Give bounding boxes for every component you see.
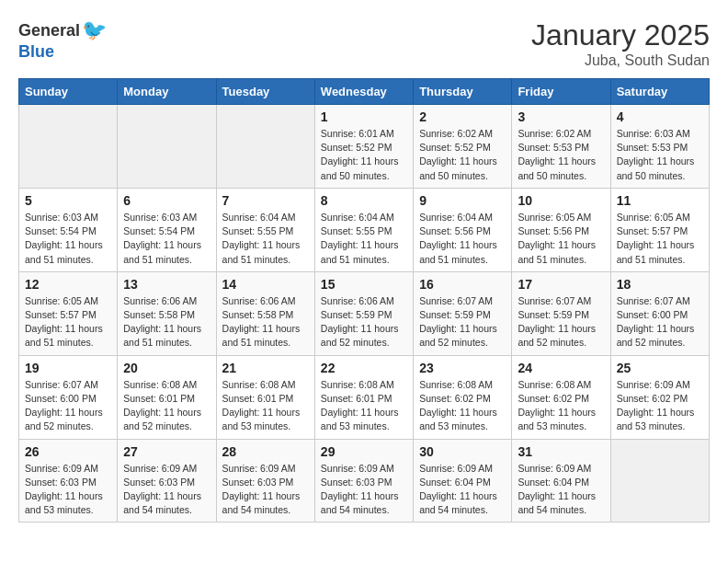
day-info: Sunrise: 6:04 AMSunset: 5:56 PMDaylight:… [419, 211, 506, 267]
calendar-cell: 30Sunrise: 6:09 AMSunset: 6:04 PMDayligh… [414, 439, 512, 523]
day-info: Sunrise: 6:09 AMSunset: 6:04 PMDaylight:… [419, 462, 506, 518]
calendar-cell: 21Sunrise: 6:08 AMSunset: 6:01 PMDayligh… [216, 355, 314, 439]
calendar-cell: 26Sunrise: 6:09 AMSunset: 6:03 PMDayligh… [19, 439, 118, 523]
day-number: 2 [419, 109, 506, 124]
calendar-cell: 31Sunrise: 6:09 AMSunset: 6:04 PMDayligh… [512, 439, 610, 523]
day-info: Sunrise: 6:04 AMSunset: 5:55 PMDaylight:… [321, 211, 407, 267]
logo: General 🐦 Blue [18, 18, 107, 62]
page-header: General 🐦 Blue January 2025 Juba, South … [18, 18, 710, 69]
day-info: Sunrise: 6:05 AMSunset: 5:56 PMDaylight:… [518, 211, 604, 267]
calendar-cell: 9Sunrise: 6:04 AMSunset: 5:56 PMDaylight… [414, 188, 512, 271]
calendar-week-row: 19Sunrise: 6:07 AMSunset: 6:00 PMDayligh… [19, 355, 710, 439]
calendar-cell: 17Sunrise: 6:07 AMSunset: 5:59 PMDayligh… [512, 271, 610, 355]
calendar-header-saturday: Saturday [610, 79, 709, 105]
day-info: Sunrise: 6:09 AMSunset: 6:04 PMDaylight:… [518, 462, 604, 518]
calendar-header-thursday: Thursday [414, 79, 512, 105]
calendar-cell: 10Sunrise: 6:05 AMSunset: 5:56 PMDayligh… [512, 188, 610, 271]
calendar-cell: 7Sunrise: 6:04 AMSunset: 5:55 PMDaylight… [216, 188, 314, 271]
calendar-body: 1Sunrise: 6:01 AMSunset: 5:52 PMDaylight… [19, 105, 710, 523]
calendar-cell: 23Sunrise: 6:08 AMSunset: 6:02 PMDayligh… [414, 355, 512, 439]
day-number: 5 [25, 193, 111, 208]
day-number: 30 [419, 444, 506, 459]
day-info: Sunrise: 6:09 AMSunset: 6:03 PMDaylight:… [222, 462, 309, 518]
day-number: 21 [222, 361, 309, 375]
calendar-cell: 27Sunrise: 6:09 AMSunset: 6:03 PMDayligh… [118, 439, 216, 523]
calendar-header-sunday: Sunday [19, 79, 118, 105]
day-number: 11 [617, 193, 703, 208]
calendar-cell: 20Sunrise: 6:08 AMSunset: 6:01 PMDayligh… [118, 355, 216, 439]
calendar-cell: 2Sunrise: 6:02 AMSunset: 5:52 PMDaylight… [414, 105, 512, 189]
logo-blue: Blue [18, 42, 54, 62]
day-number: 31 [518, 444, 604, 459]
day-info: Sunrise: 6:02 AMSunset: 5:53 PMDaylight:… [518, 127, 604, 183]
calendar-header-monday: Monday [118, 79, 216, 105]
calendar-cell [216, 105, 314, 189]
day-number: 20 [123, 361, 210, 375]
day-number: 23 [419, 361, 506, 375]
day-number: 25 [617, 361, 703, 375]
day-number: 13 [123, 277, 210, 292]
day-info: Sunrise: 6:07 AMSunset: 6:00 PMDaylight:… [617, 294, 703, 350]
calendar-cell: 1Sunrise: 6:01 AMSunset: 5:52 PMDaylight… [314, 105, 413, 189]
calendar-week-row: 12Sunrise: 6:05 AMSunset: 5:57 PMDayligh… [19, 271, 710, 355]
calendar-cell: 12Sunrise: 6:05 AMSunset: 5:57 PMDayligh… [19, 271, 118, 355]
calendar-header-row: SundayMondayTuesdayWednesdayThursdayFrid… [19, 79, 710, 105]
calendar-cell: 25Sunrise: 6:09 AMSunset: 6:02 PMDayligh… [610, 355, 709, 439]
calendar-cell: 15Sunrise: 6:06 AMSunset: 5:59 PMDayligh… [314, 271, 413, 355]
day-number: 28 [222, 444, 309, 459]
day-number: 7 [222, 193, 309, 208]
day-number: 16 [419, 277, 506, 292]
day-info: Sunrise: 6:06 AMSunset: 5:58 PMDaylight:… [123, 294, 210, 350]
calendar-table: SundayMondayTuesdayWednesdayThursdayFrid… [18, 78, 710, 523]
calendar-cell [118, 105, 216, 189]
day-info: Sunrise: 6:06 AMSunset: 5:59 PMDaylight:… [321, 294, 407, 350]
calendar-cell: 14Sunrise: 6:06 AMSunset: 5:58 PMDayligh… [216, 271, 314, 355]
month-title: January 2025 [531, 18, 710, 52]
day-info: Sunrise: 6:07 AMSunset: 6:00 PMDaylight:… [25, 378, 111, 434]
logo-bird-icon: 🐦 [82, 18, 107, 42]
calendar-cell: 24Sunrise: 6:08 AMSunset: 6:02 PMDayligh… [512, 355, 610, 439]
calendar-week-row: 26Sunrise: 6:09 AMSunset: 6:03 PMDayligh… [19, 439, 710, 523]
day-info: Sunrise: 6:08 AMSunset: 6:01 PMDaylight:… [222, 378, 309, 434]
calendar-cell: 4Sunrise: 6:03 AMSunset: 5:53 PMDaylight… [610, 105, 709, 189]
day-info: Sunrise: 6:06 AMSunset: 5:58 PMDaylight:… [222, 294, 309, 350]
day-info: Sunrise: 6:05 AMSunset: 5:57 PMDaylight:… [617, 211, 703, 267]
calendar-cell: 11Sunrise: 6:05 AMSunset: 5:57 PMDayligh… [610, 188, 709, 271]
day-number: 19 [25, 361, 111, 375]
day-info: Sunrise: 6:03 AMSunset: 5:53 PMDaylight:… [617, 127, 703, 183]
day-number: 17 [518, 277, 604, 292]
calendar-cell: 3Sunrise: 6:02 AMSunset: 5:53 PMDaylight… [512, 105, 610, 189]
day-info: Sunrise: 6:04 AMSunset: 5:55 PMDaylight:… [222, 211, 309, 267]
calendar-cell: 22Sunrise: 6:08 AMSunset: 6:01 PMDayligh… [314, 355, 413, 439]
calendar-cell: 16Sunrise: 6:07 AMSunset: 5:59 PMDayligh… [414, 271, 512, 355]
day-info: Sunrise: 6:09 AMSunset: 6:03 PMDaylight:… [123, 462, 210, 518]
calendar-cell: 19Sunrise: 6:07 AMSunset: 6:00 PMDayligh… [19, 355, 118, 439]
day-info: Sunrise: 6:09 AMSunset: 6:02 PMDaylight:… [617, 378, 703, 434]
logo-general: General [18, 21, 80, 40]
day-number: 12 [25, 277, 111, 292]
day-number: 18 [617, 277, 703, 292]
calendar-cell [610, 439, 709, 523]
day-info: Sunrise: 6:09 AMSunset: 6:03 PMDaylight:… [25, 462, 111, 518]
calendar-cell: 8Sunrise: 6:04 AMSunset: 5:55 PMDaylight… [314, 188, 413, 271]
calendar-cell: 5Sunrise: 6:03 AMSunset: 5:54 PMDaylight… [19, 188, 118, 271]
day-number: 8 [321, 193, 407, 208]
day-number: 29 [321, 444, 407, 459]
calendar-cell: 29Sunrise: 6:09 AMSunset: 6:03 PMDayligh… [314, 439, 413, 523]
day-number: 24 [518, 361, 604, 375]
day-number: 1 [321, 109, 407, 124]
location-subtitle: Juba, South Sudan [531, 52, 710, 69]
calendar-week-row: 1Sunrise: 6:01 AMSunset: 5:52 PMDaylight… [19, 105, 710, 189]
day-number: 6 [123, 193, 210, 208]
calendar-cell: 28Sunrise: 6:09 AMSunset: 6:03 PMDayligh… [216, 439, 314, 523]
day-info: Sunrise: 6:01 AMSunset: 5:52 PMDaylight:… [321, 127, 407, 183]
calendar-cell: 6Sunrise: 6:03 AMSunset: 5:54 PMDaylight… [118, 188, 216, 271]
calendar-header-friday: Friday [512, 79, 610, 105]
day-info: Sunrise: 6:02 AMSunset: 5:52 PMDaylight:… [419, 127, 506, 183]
day-number: 4 [617, 109, 703, 124]
day-number: 10 [518, 193, 604, 208]
day-number: 27 [123, 444, 210, 459]
day-info: Sunrise: 6:09 AMSunset: 6:03 PMDaylight:… [321, 462, 407, 518]
calendar-week-row: 5Sunrise: 6:03 AMSunset: 5:54 PMDaylight… [19, 188, 710, 271]
day-info: Sunrise: 6:08 AMSunset: 6:02 PMDaylight:… [518, 378, 604, 434]
